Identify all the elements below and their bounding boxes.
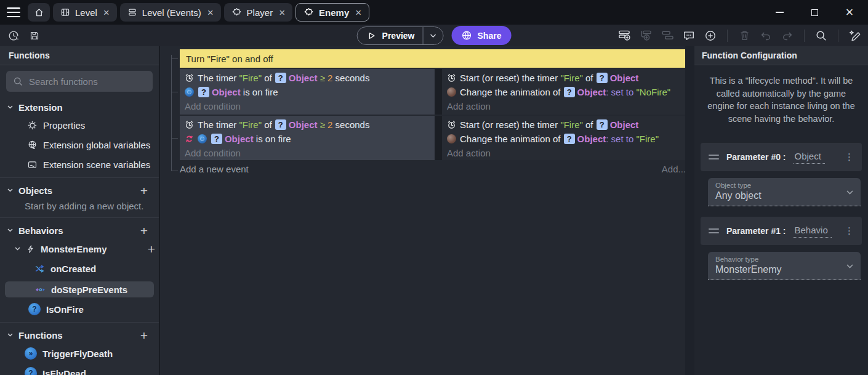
sidebar-item-isonfire[interactable]: ? IsOnFire	[0, 302, 159, 316]
close-icon[interactable]: ×	[279, 7, 285, 18]
sidebar-item-label: onCreated	[50, 264, 96, 274]
event-text-segment: is on fire	[254, 134, 291, 144]
behavior-icon	[198, 134, 207, 143]
divider	[0, 217, 159, 218]
event-action[interactable]: Start (or reset) the timer "Fire" of ?Ob…	[447, 118, 685, 132]
event-action[interactable]: Change the animation of ?Object: set to …	[447, 132, 685, 146]
add-behavior-function-button[interactable]: +	[148, 243, 159, 256]
chevron-down-icon	[430, 34, 436, 38]
event-condition[interactable]: The timer "Fire" of ?Object ≥ 2 seconds	[185, 71, 435, 85]
section-label: Objects	[18, 185, 52, 196]
conditions-column: The timer "Fire" of ?Object ≥ 2 seconds …	[180, 116, 435, 160]
event-text-segment: "NoFire"	[636, 87, 670, 97]
menu-icon[interactable]	[7, 7, 20, 17]
parameter-name-input[interactable]: Object	[794, 151, 825, 164]
invert-icon	[185, 134, 194, 143]
sidebar-item-dostepreevents[interactable]: doStepPreEvents	[5, 281, 154, 297]
section-label: Functions	[18, 330, 63, 341]
sidebar-item-monsterenemy[interactable]: MonsterEnemy +	[0, 242, 159, 256]
add-subevent-icon[interactable]	[639, 29, 653, 42]
add-new-event-link[interactable]: Add a new event	[180, 164, 249, 174]
close-icon[interactable]: ×	[355, 7, 361, 18]
kebab-menu-icon[interactable]: ⋮	[845, 151, 854, 163]
preview-dropdown-button[interactable]	[424, 27, 443, 44]
trash-icon[interactable]	[737, 29, 751, 42]
add-action-link[interactable]: Add action	[447, 99, 685, 113]
sidebar-item-label: Extension global variables	[43, 140, 150, 150]
sidebar-item-scene-variables[interactable]: Extension scene variables	[0, 158, 159, 171]
tab-level[interactable]: Level ×	[53, 3, 117, 22]
preview-label: Preview	[382, 31, 415, 41]
event-action[interactable]: Start (or reset) the timer "Fire" of ?Ob…	[447, 71, 685, 85]
event-comment[interactable]: Turn "Fire" on and off	[180, 49, 685, 68]
event-condition[interactable]: ?Object is on fire	[185, 85, 435, 99]
event-condition[interactable]: ?Object is on fire	[185, 132, 435, 146]
events-scroll-gutter[interactable]	[685, 46, 694, 375]
search-icon[interactable]	[814, 29, 828, 42]
event-text-segment: Object	[289, 73, 318, 83]
event-action[interactable]: Change the animation of ?Object: set to …	[447, 85, 685, 99]
search-functions-box[interactable]	[6, 71, 153, 92]
sidebar-item-triggerflydeath[interactable]: » TriggerFlyDeath	[0, 347, 159, 360]
main-content: Functions Extension Properties Extension…	[0, 46, 868, 375]
add-condition-link[interactable]: Add condition	[185, 146, 435, 160]
save-icon[interactable]	[28, 29, 41, 42]
condition-function-icon: ?	[28, 303, 41, 315]
preview-button[interactable]: Preview	[357, 26, 444, 45]
divider	[0, 177, 159, 178]
sidebar-item-global-variables[interactable]: Extension global variables	[0, 138, 159, 151]
event-tree-tick	[171, 58, 178, 59]
add-behavior-button[interactable]: +	[140, 224, 151, 237]
minimize-button[interactable]	[771, 4, 788, 21]
add-other-event-icon[interactable]	[661, 29, 674, 42]
section-objects[interactable]: Objects +	[0, 183, 159, 198]
section-label: Behaviors	[18, 225, 63, 236]
add-more-link[interactable]: Add...	[662, 164, 686, 174]
tab-level-events[interactable]: Level (Events) ×	[120, 3, 221, 22]
edit-events-icon[interactable]	[848, 29, 862, 42]
comment-icon[interactable]	[682, 29, 696, 42]
sidebar-item-isflydead[interactable]: ? IsFlyDead	[0, 366, 159, 375]
home-icon	[34, 7, 44, 18]
add-function-button[interactable]: +	[140, 329, 151, 342]
add-action-link[interactable]: Add action	[447, 146, 685, 160]
add-object-button[interactable]: +	[140, 184, 151, 197]
maximize-button[interactable]	[806, 4, 823, 21]
close-icon[interactable]: ×	[103, 7, 110, 18]
conditions-column: The timer "Fire" of ?Object ≥ 2 seconds …	[180, 69, 435, 115]
event-text-segment: ?	[211, 134, 222, 144]
close-icon[interactable]: ×	[207, 7, 214, 18]
history-icon[interactable]	[7, 29, 20, 42]
drag-handle-icon[interactable]	[709, 228, 719, 233]
undo-icon[interactable]	[759, 29, 773, 42]
event-text-segment: Object	[610, 119, 639, 130]
section-functions[interactable]: Functions +	[0, 328, 159, 342]
event-text-segment: Object	[577, 87, 606, 97]
tab-home[interactable]	[28, 3, 50, 22]
event-text-segment: The timer	[198, 73, 239, 83]
tab-player[interactable]: Player ×	[224, 3, 292, 22]
tab-enemy[interactable]: Enemy ×	[295, 3, 369, 22]
sidebar-item-properties[interactable]: Properties	[0, 118, 159, 132]
event-condition[interactable]: The timer "Fire" of ?Object ≥ 2 seconds	[185, 118, 435, 132]
object-type-select[interactable]: Object type Any object	[708, 178, 861, 206]
section-behaviors[interactable]: Behaviors +	[0, 223, 159, 238]
kebab-menu-icon[interactable]: ⋮	[845, 225, 854, 236]
redo-icon[interactable]	[781, 29, 794, 42]
parameter-0-card: Parameter #0 : Object ⋮	[701, 143, 862, 171]
add-event-icon[interactable]	[617, 29, 631, 42]
close-button[interactable]: ×	[841, 4, 858, 21]
drag-handle-icon[interactable]	[709, 155, 719, 159]
section-extension[interactable]: Extension	[0, 100, 159, 115]
sidebar-item-oncreated[interactable]: onCreated	[0, 262, 159, 275]
search-input[interactable]	[29, 76, 151, 87]
share-button[interactable]: Share	[452, 26, 512, 45]
add-circle-icon[interactable]	[704, 29, 717, 42]
behavior-type-select[interactable]: Behavior type MonsterEnemy	[708, 252, 861, 280]
toolbar-divider	[727, 30, 728, 42]
search-icon	[13, 76, 23, 87]
chevron-down-icon	[7, 333, 13, 337]
tab-label: Player	[247, 7, 273, 18]
parameter-name-input[interactable]: Behavio	[794, 225, 832, 238]
add-condition-link[interactable]: Add condition	[185, 99, 435, 113]
